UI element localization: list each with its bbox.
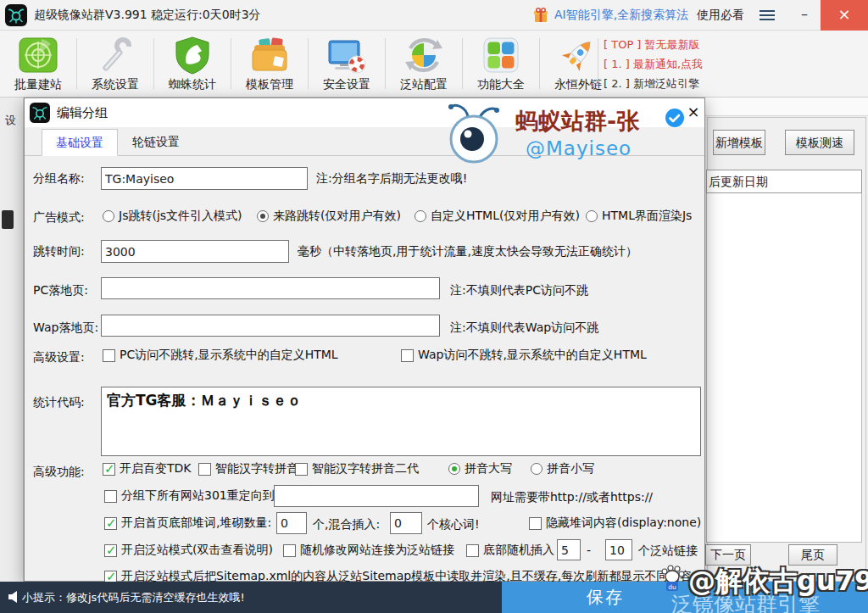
close-button[interactable]: × — [821, 0, 868, 31]
template-list[interactable] — [706, 193, 862, 543]
titlebar: 超级镜像站群V3.991 稳定运行:0天0时3分 AI智能引擎,全新搜索算法 使… — [0, 0, 868, 31]
menu-icon[interactable] — [760, 10, 775, 20]
wap-landing-note: 注:不填则代表Wap访问不跳 — [450, 320, 598, 336]
pinyin-lower-radio[interactable]: 拼音小写 — [531, 461, 594, 476]
random-link-checkbox[interactable]: 随机修改网站连接为泛站链接 — [283, 543, 454, 558]
notice-1[interactable]: [ 1. ] 最新通知,点我 — [604, 54, 739, 74]
toolbar-item-pan-site-config[interactable]: 泛站配置 — [387, 35, 460, 94]
tab-chain-settings[interactable]: 轮链设置 — [118, 129, 194, 156]
notice-2[interactable]: [ 2. ] 新增泛站引擎 — [604, 74, 739, 93]
option-label: 随机修改网站连接为泛站链接 — [300, 543, 454, 558]
toolbar-item-security-settings[interactable]: 安全设置 — [310, 35, 383, 94]
dialog-title: 编辑分组 — [57, 105, 108, 121]
notice-links: [ TOP ] 暂无最新版 [ 1. ] 最新通知,点我 [ 2. ] 新增泛站… — [604, 35, 739, 93]
core-count-input[interactable] — [390, 512, 422, 534]
toolbar-item-system-settings[interactable]: 系统设置 — [79, 35, 152, 94]
option-label: 开启百变TDK — [120, 461, 192, 476]
redirect-301-input[interactable] — [274, 485, 479, 507]
tip-speaker-icon — [7, 589, 20, 605]
option-label: 开启泛站模式(双击查看说明) — [121, 543, 273, 558]
toolbar-item-spider-stats[interactable]: 蜘蛛统计 — [156, 35, 229, 94]
option-label: 开启首页底部堆词,堆砌数量: — [121, 515, 271, 531]
stats-code-textarea[interactable]: 官方TG客服：Ｍａｙｉｓｅｏ — [101, 387, 701, 456]
ad-mode-option-referer[interactable]: 来路跳转(仅对用户有效) — [257, 209, 401, 224]
jump-time-input[interactable] — [101, 240, 289, 263]
redirect-301-checkbox[interactable]: 分组下所有网站301重定向到 — [104, 488, 275, 504]
stack-count-input[interactable] — [276, 512, 307, 534]
right-panel-header-strip — [705, 98, 868, 116]
tip-text: 小提示：修改js代码后无需清空缓存也生效哦! — [22, 590, 245, 605]
insert-dash: - — [587, 543, 591, 557]
ai-engine-link[interactable]: AI智能引擎,全新搜索算法 — [554, 8, 688, 23]
insert-max-input[interactable] — [605, 539, 632, 560]
next-page-button[interactable]: 下一页 — [705, 544, 751, 566]
radio-icon — [257, 210, 269, 222]
bottom-bar: 小提示：修改js代码后无需清空缓存也生效哦! 保存 — [0, 582, 868, 613]
checkbox-icon — [295, 463, 308, 476]
template-speed-button[interactable]: 模板测速 — [785, 130, 854, 155]
insert-min-input[interactable] — [557, 539, 581, 560]
save-button[interactable]: 保存 — [502, 582, 868, 613]
gift-icon — [532, 7, 549, 24]
jump-time-note: 毫秒（中转落地页,用于统计流量,速度太快会导致无法正确统计） — [298, 244, 637, 259]
redirect-301-note: 网址需要带http://或者https:// — [491, 490, 653, 505]
toolbar-label: 蜘蛛统计 — [156, 77, 229, 92]
advanced-pc-checkbox[interactable]: PC访问不跳转,显示系统中的自定义HTML — [103, 348, 338, 363]
ad-mode-option-html-render[interactable]: HTML界面渲染Js — [586, 209, 692, 224]
last-page-button[interactable]: 尾页 — [788, 544, 837, 566]
notice-top[interactable]: [ TOP ] 暂无最新版 — [604, 35, 739, 54]
radar-icon — [18, 35, 58, 75]
toolbar-item-all-features[interactable]: 功能大全 — [465, 35, 537, 94]
option-label: 分组下所有网站301重定向到 — [121, 488, 275, 504]
option-label: PC访问不跳转,显示系统中的自定义HTML — [120, 348, 338, 363]
radio-icon — [531, 463, 542, 475]
pc-landing-input[interactable] — [101, 277, 440, 299]
pan-mode-checkbox[interactable]: 开启泛站模式(双击查看说明) — [104, 543, 273, 558]
ad-mode-option-custom-html[interactable]: 自定义HTML(仅对用户有效) — [415, 209, 580, 224]
checkbox-icon — [466, 544, 479, 557]
minimize-button[interactable]: – — [792, 0, 817, 31]
save-label: 保存 — [587, 586, 624, 609]
toolbar-item-template-manage[interactable]: 模板管理 — [233, 35, 306, 94]
hide-stack-checkbox[interactable]: 隐藏堆词内容(display:none) — [529, 515, 701, 531]
toolbar-label: 模板管理 — [233, 77, 306, 92]
bottom-insert-checkbox[interactable]: 底部随机插入 — [466, 543, 554, 558]
ad-mode-option-js[interactable]: Js跳转(js文件引入模式) — [103, 209, 242, 224]
stats-code-label: 统计代码: — [33, 395, 85, 410]
checkbox-icon — [104, 517, 117, 530]
option-label: 智能汉字转拼音 — [215, 461, 298, 476]
pinyin2-checkbox[interactable]: 智能汉字转拼音二代 — [295, 461, 419, 476]
tab-basic-settings[interactable]: 基础设置 — [42, 129, 118, 156]
tdk-checkbox[interactable]: 开启百变TDK — [103, 461, 192, 476]
radio-icon — [448, 463, 460, 475]
jump-time-label: 跳转时间: — [33, 244, 85, 259]
toolbar-item-batch-build[interactable]: 批量建站 — [2, 35, 75, 94]
option-label: 自定义HTML(仅对用户有效) — [431, 209, 580, 224]
checkbox-icon — [104, 544, 117, 557]
app-window: 超级镜像站群V3.991 稳定运行:0天0时3分 AI智能引擎,全新搜索算法 使… — [0, 0, 868, 613]
dialog-close-icon[interactable]: × — [684, 103, 703, 122]
right-panel: 新增模板 模板测速 后更新日期 下一页 尾页 — [705, 98, 868, 582]
advanced-label: 高级设置: — [33, 350, 85, 365]
option-label: 隐藏堆词内容(display:none) — [546, 515, 701, 531]
option-label: HTML界面渲染Js — [602, 209, 692, 224]
wap-landing-label: Wap落地页: — [33, 320, 98, 336]
new-template-button[interactable]: 新增模板 — [713, 130, 765, 155]
clipped-label: 设 — [5, 113, 16, 128]
group-name-input[interactable] — [101, 167, 308, 190]
scroll-thumb[interactable] — [2, 210, 14, 229]
radio-icon — [415, 210, 426, 222]
stack-words-checkbox[interactable]: 开启首页底部堆词,堆砌数量: — [104, 515, 271, 531]
pinyin-checkbox[interactable]: 智能汉字转拼音 — [198, 461, 298, 476]
toolbar-label: 批量建站 — [2, 77, 75, 92]
option-label: 拼音小写 — [547, 461, 594, 476]
checkbox-icon — [103, 349, 115, 362]
advanced-wap-checkbox[interactable]: Wap访问不跳转,显示系统中的自定义HTML — [401, 348, 647, 363]
wap-landing-input[interactable] — [101, 315, 440, 337]
main-toolbar: 批量建站 系统设置 蜘蛛统计 — [0, 31, 868, 98]
pinyin-upper-radio[interactable]: 拼音大写 — [448, 461, 512, 476]
radio-icon — [586, 210, 598, 222]
app-logo-ant-icon — [5, 4, 27, 26]
toolbar-label: 系统设置 — [79, 77, 152, 92]
must-read-label[interactable]: 使用必看 — [697, 8, 744, 23]
